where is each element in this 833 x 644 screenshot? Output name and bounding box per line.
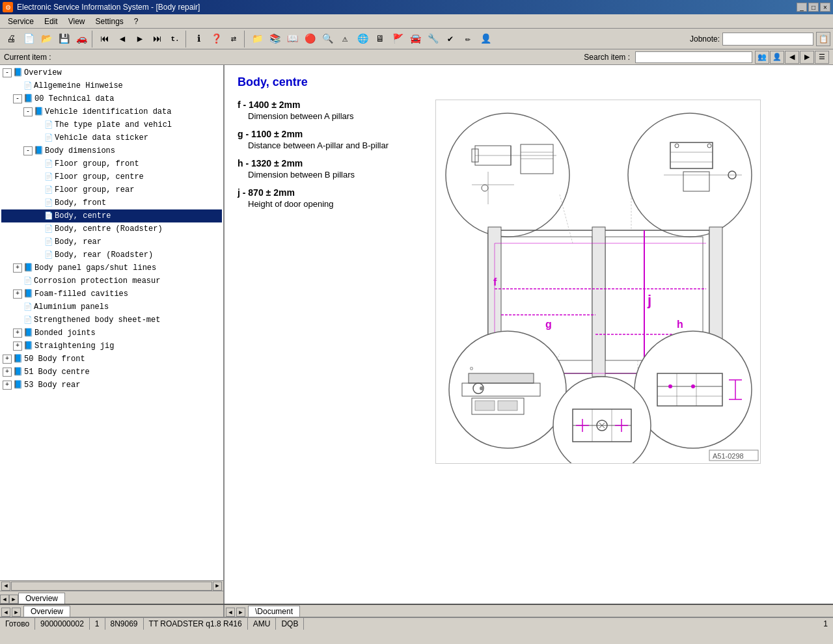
tb-edit-btn[interactable]: ✏	[459, 31, 476, 47]
tree-item-floor-rear[interactable]: 📄Floor group, rear	[1, 183, 222, 196]
tree-item-00tech[interactable]: -📘00 Technical data	[1, 92, 222, 105]
dimension-h: h - 1320 ± 2mmDimension between B pillar…	[238, 158, 420, 180]
tree-expander-53-body-rear[interactable]: +	[3, 381, 12, 390]
tb-car2-btn[interactable]: 🚘	[407, 31, 424, 47]
tree-scroll-left[interactable]: ◀	[1, 582, 10, 591]
tree-item-strengthened[interactable]: 📄Strengthened body sheet-met	[1, 314, 222, 327]
tree-expander-50-body-front[interactable]: +	[3, 355, 12, 364]
tree-item-type-plate[interactable]: 📄The type plate and vehicl	[1, 118, 222, 131]
tree-expander-overview[interactable]: -	[3, 68, 12, 77]
tree-item-vehicle-sticker[interactable]: 📄Vehicle data sticker	[1, 131, 222, 144]
tree-label-body-rear-r: Body, rear (Roadster)	[55, 249, 153, 261]
left-tab-nav-left[interactable]: ◀	[1, 608, 10, 617]
tb-help-btn[interactable]: ❓	[208, 31, 225, 47]
tree-item-straightening[interactable]: +📘Straightening jig	[1, 340, 222, 353]
tree-item-bonded[interactable]: +📘Bonded joints	[1, 327, 222, 340]
tb-save-btn[interactable]: 💾	[55, 31, 72, 47]
tb-print2-btn[interactable]: 📄	[20, 31, 37, 47]
search-person-btn[interactable]: 👤	[770, 51, 784, 64]
tree-expander-body-dim[interactable]: -	[23, 146, 33, 155]
left-tab-overview[interactable]: Overview	[23, 606, 70, 617]
menu-service[interactable]: Service	[3, 16, 39, 27]
tab-scroll-left[interactable]: ◀	[0, 595, 9, 604]
tb-first-btn[interactable]: ⏮	[96, 31, 113, 47]
menu-help[interactable]: ?	[129, 16, 144, 27]
tree-item-aluminium[interactable]: 📄Aluminium panels	[1, 301, 222, 314]
tb-display-btn[interactable]: 🖥	[372, 31, 389, 47]
tb-book2-btn[interactable]: 📖	[284, 31, 301, 47]
tree-expander-00tech[interactable]: -	[13, 94, 22, 103]
tree-icon-foam: 📘	[23, 288, 33, 300]
tree-item-corrosion[interactable]: 📄Corrosion protection measur	[1, 275, 222, 288]
tb-warn-btn[interactable]: ⚠	[336, 31, 353, 47]
tb-folder-btn[interactable]: 📁	[249, 31, 266, 47]
right-tab-nav-left[interactable]: ◀	[226, 608, 235, 617]
tb-car-btn[interactable]: 🚗	[73, 31, 90, 47]
tree-label-strengthened: Strengthened body sheet-met	[34, 314, 160, 326]
tb-wrench-btn[interactable]: 🔧	[424, 31, 441, 47]
tree-item-53-body-rear[interactable]: +📘53 Body rear	[1, 379, 222, 392]
tree-item-50-body-front[interactable]: +📘50 Body front	[1, 353, 222, 366]
tree-expander-foam[interactable]: +	[13, 289, 22, 299]
search-people-btn[interactable]: 👥	[755, 51, 769, 64]
tb-last-btn[interactable]: ⏭	[149, 31, 166, 47]
tree-expander-panel-gaps[interactable]: +	[13, 263, 22, 273]
tree-item-floor-front[interactable]: 📄Floor group, front	[1, 157, 222, 170]
menu-edit[interactable]: Edit	[39, 16, 63, 27]
tb-flag-btn[interactable]: 🚩	[389, 31, 406, 47]
search-forward-btn[interactable]: ▶	[800, 51, 814, 64]
tree-icon-floor-centre: 📄	[44, 171, 53, 183]
close-button[interactable]: ×	[820, 3, 830, 12]
tree-item-body-rear-r[interactable]: 📄Body, rear (Roadster)	[1, 248, 222, 262]
window-controls: _ □ ×	[797, 3, 830, 12]
tab-scroll-right[interactable]: ▶	[9, 595, 18, 604]
left-tab-nav-right[interactable]: ▶	[12, 608, 21, 617]
tb-person-btn[interactable]: 👤	[477, 31, 494, 47]
tb-next-btn[interactable]: ▶	[131, 31, 148, 47]
tree-item-body-front[interactable]: 📄Body, front	[1, 196, 222, 209]
tree-item-overview[interactable]: -📘Overview	[1, 66, 222, 79]
tb-text-btn[interactable]: t.	[167, 31, 184, 47]
tb-globe-btn[interactable]: 🌐	[354, 31, 371, 47]
tree-expander-51-body-centre[interactable]: +	[3, 368, 12, 377]
tb-open-btn[interactable]: 📂	[38, 31, 55, 47]
tree-bottom: ◀ ▶	[0, 580, 223, 591]
tree-item-allgemeine[interactable]: 📄Allgemeine Hinweise	[1, 79, 222, 92]
tree-item-body-centre[interactable]: 📄Body, centre	[1, 209, 222, 222]
tree-item-panel-gaps[interactable]: +📘Body panel gaps/shut lines	[1, 262, 222, 275]
tree-item-floor-centre[interactable]: 📄Floor group, centre	[1, 170, 222, 183]
svg-point-57	[691, 384, 695, 388]
jobnote-icon[interactable]: 📋	[816, 32, 830, 46]
tree-scroll-right[interactable]: ▶	[213, 582, 222, 591]
tree-item-body-dim[interactable]: -📘Body dimensions	[1, 144, 222, 157]
tree-expander-bonded[interactable]: +	[13, 329, 22, 338]
tab-overview[interactable]: Overview	[18, 593, 65, 604]
tb-print-btn[interactable]: 🖨	[3, 31, 20, 47]
tree-item-body-rear[interactable]: 📄Body, rear	[1, 235, 222, 248]
tb-red-btn[interactable]: 🔴	[301, 31, 318, 47]
tb-swap-btn[interactable]: ⇄	[225, 31, 242, 47]
tree-item-vehicle-id[interactable]: -📘Vehicle identification data	[1, 105, 222, 118]
tree-expander-straightening[interactable]: +	[13, 342, 22, 351]
right-tab-document[interactable]: \Document	[248, 606, 300, 617]
tree-item-foam[interactable]: +📘Foam-filled cavities	[1, 288, 222, 301]
tree-item-51-body-centre[interactable]: +📘51 Body centre	[1, 366, 222, 379]
search-list-btn[interactable]: ☰	[815, 51, 829, 64]
tb-info-btn[interactable]: ℹ	[190, 31, 207, 47]
tb-check-btn[interactable]: ✔	[442, 31, 459, 47]
dim-desc-h: Dimension between B pillars	[248, 170, 420, 180]
jobnote-input[interactable]	[722, 33, 813, 46]
tb-search-btn[interactable]: 🔍	[319, 31, 336, 47]
search-item-input[interactable]	[635, 51, 752, 63]
maximize-button[interactable]: □	[808, 3, 819, 12]
search-back-btn[interactable]: ◀	[785, 51, 799, 64]
right-tab-nav-right[interactable]: ▶	[236, 608, 245, 617]
menu-view[interactable]: View	[63, 16, 90, 27]
tb-prev-btn[interactable]: ◀	[114, 31, 131, 47]
minimize-button[interactable]: _	[797, 3, 807, 12]
menu-settings[interactable]: Settings	[90, 16, 129, 27]
toolbar: 🖨 📄 📂 💾 🚗 ⏮ ◀ ▶ ⏭ t. ℹ ❓ ⇄ 📁 📚 📖 🔴 🔍 ⚠ 🌐…	[0, 29, 833, 49]
tree-item-body-centre-r[interactable]: 📄Body, centre (Roadster)	[1, 222, 222, 235]
tree-expander-vehicle-id[interactable]: -	[23, 107, 33, 116]
tb-book-btn[interactable]: 📚	[266, 31, 283, 47]
